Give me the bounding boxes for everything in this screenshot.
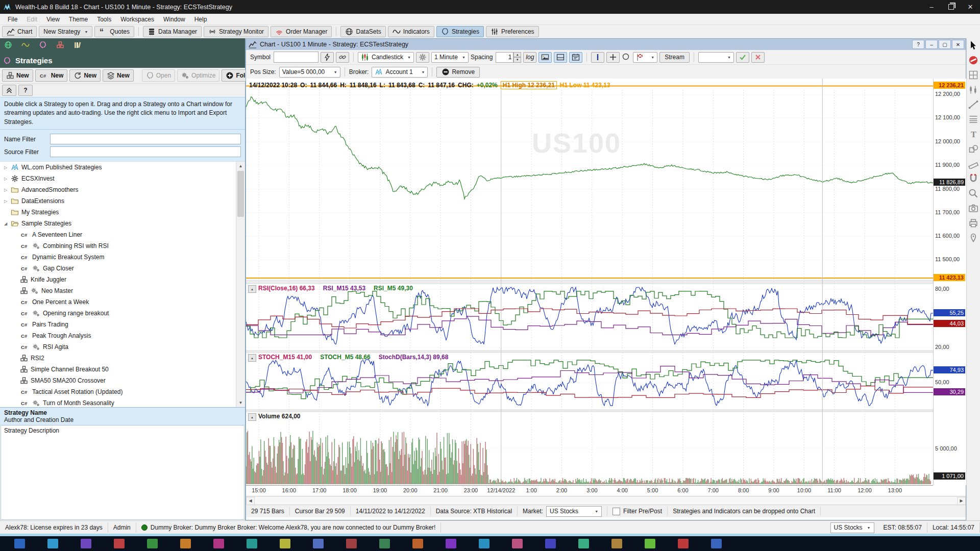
- taskbar-app-icon[interactable]: [180, 539, 191, 548]
- calendar-button[interactable]: [569, 52, 582, 63]
- spinner-down-icon[interactable]: ▼: [513, 57, 521, 63]
- chart-hscrollbar[interactable]: ◀ ▶: [246, 496, 966, 505]
- expand-icon[interactable]: ▷: [3, 177, 8, 181]
- expand-icon[interactable]: ▷: [3, 188, 8, 192]
- text-tool-icon[interactable]: T: [968, 129, 978, 139]
- apply-button[interactable]: [736, 52, 749, 63]
- marker-circle-icon[interactable]: [622, 53, 631, 62]
- menu-view[interactable]: View: [42, 15, 64, 24]
- new-button[interactable]: New: [2, 69, 33, 82]
- strategies-button[interactable]: Strategies: [436, 26, 484, 37]
- indicators-button[interactable]: Indicators: [388, 26, 434, 37]
- watchlist-dropdown[interactable]: ▼: [698, 52, 734, 63]
- taskbar-app-icon[interactable]: [280, 539, 290, 548]
- menu-window[interactable]: Window: [159, 15, 190, 24]
- spacing-spinner[interactable]: 1▲▼: [496, 52, 521, 63]
- taskbar-app-icon[interactable]: [114, 539, 125, 548]
- remove-button[interactable]: Remove: [436, 67, 480, 78]
- collapse-pane-icon[interactable]: ▲: [248, 285, 256, 293]
- scroll-left-icon[interactable]: ◀: [246, 497, 255, 505]
- taskbar-app-icon[interactable]: [512, 539, 523, 548]
- taskbar-app-icon[interactable]: [379, 539, 390, 548]
- taskbar-app-icon[interactable]: [611, 539, 622, 548]
- menu-tools[interactable]: Tools: [92, 15, 116, 24]
- tree-item[interactable]: C#RSI Agita: [0, 341, 245, 353]
- taskbar-app-icon[interactable]: [247, 539, 257, 548]
- new-button[interactable]: New: [69, 69, 101, 82]
- shapes-icon[interactable]: [968, 144, 978, 154]
- menu-edit[interactable]: Edit: [22, 15, 42, 24]
- tree-item[interactable]: C#Turn of Month Seasonality: [0, 397, 245, 407]
- tree-item[interactable]: C#One Percent a Week: [0, 296, 245, 308]
- tree-item[interactable]: ▷AdvancedSmoothers: [0, 184, 245, 195]
- tree-item[interactable]: SMA50 SMA200 Crossover: [0, 375, 245, 386]
- broker-dropdown[interactable]: Account 1▼: [372, 67, 428, 78]
- new-button[interactable]: New: [103, 69, 134, 82]
- ruler-icon[interactable]: [968, 159, 978, 169]
- camera-icon[interactable]: [968, 203, 978, 213]
- maximize-button[interactable]: [941, 0, 961, 14]
- collapse-pane-icon[interactable]: ▲: [248, 354, 256, 362]
- taskbar-app-icon[interactable]: [711, 539, 722, 548]
- print-icon[interactable]: [968, 218, 978, 228]
- menu-theme[interactable]: Theme: [64, 15, 92, 24]
- bar-marker-button[interactable]: [591, 52, 604, 63]
- magnet-icon[interactable]: [968, 173, 978, 184]
- source-filter-input[interactable]: [50, 146, 241, 157]
- tree-item[interactable]: My Strategies: [0, 207, 245, 218]
- chart-image-button[interactable]: [538, 52, 552, 63]
- tree-item[interactable]: C#Dynamic Breakout System: [0, 252, 245, 263]
- expand-icon[interactable]: ▷: [3, 165, 8, 170]
- taskbar-app-icon[interactable]: [81, 539, 91, 548]
- menu-file[interactable]: File: [3, 15, 22, 24]
- link-button[interactable]: [336, 52, 349, 63]
- log-scale-button[interactable]: log: [523, 52, 536, 63]
- tree-item[interactable]: C#Tactical Asset Rotation (Updated): [0, 386, 245, 397]
- noentry-icon[interactable]: [968, 55, 978, 65]
- chart-maximize-button[interactable]: ▢: [939, 40, 951, 49]
- strategies-brain-icon[interactable]: [39, 41, 49, 51]
- collapse-panel-button[interactable]: [2, 85, 16, 96]
- help-button[interactable]: ?: [18, 85, 33, 96]
- tree-item[interactable]: ◢Sample Strategies: [0, 218, 245, 229]
- data-manager-button[interactable]: Data Manager: [143, 26, 202, 37]
- taskbar-app-icon[interactable]: [47, 539, 58, 548]
- minimize-button[interactable]: –: [922, 0, 941, 14]
- chart-button[interactable]: Chart: [2, 26, 37, 37]
- name-filter-input[interactable]: [50, 134, 241, 144]
- flag-dropdown[interactable]: ▼: [633, 52, 657, 63]
- taskbar-app-icon[interactable]: [213, 539, 224, 548]
- chart-style-dropdown[interactable]: Candlestick▼: [358, 52, 414, 63]
- cancel-button[interactable]: [751, 52, 765, 63]
- taskbar-app-icon[interactable]: [346, 539, 357, 548]
- tree-item[interactable]: C#Combining RSI with RSI: [0, 240, 245, 252]
- taskbar-app-icon[interactable]: [645, 539, 655, 548]
- taskbar-app-icon[interactable]: [578, 539, 589, 548]
- menu-help[interactable]: Help: [190, 15, 212, 24]
- new-strategy-button[interactable]: New Strategy▼: [39, 26, 92, 37]
- tree-item[interactable]: Neo Master: [0, 285, 245, 296]
- tree-item[interactable]: ▷WL.com Published Strategies: [0, 162, 245, 173]
- taskbar-app-icon[interactable]: [446, 539, 456, 548]
- chart-minimize-button[interactable]: –: [925, 40, 938, 49]
- expand-icon[interactable]: ▷: [3, 199, 8, 204]
- tree-item[interactable]: ▷DataExtensions: [0, 195, 245, 207]
- market-select-dropdown[interactable]: US Stocks▼: [830, 522, 874, 533]
- scale-dropdown[interactable]: 1 Minute▼: [431, 52, 469, 63]
- preferences-button[interactable]: Preferences: [486, 26, 539, 37]
- tree-item[interactable]: ▷ECSXInvest: [0, 173, 245, 184]
- tree-item[interactable]: C#Peak Trough Analysis: [0, 330, 245, 341]
- hscroll-track[interactable]: [255, 497, 957, 505]
- zoom-icon[interactable]: [968, 188, 978, 198]
- taskbar-app-icon[interactable]: [412, 539, 423, 548]
- collapse-pane-icon[interactable]: ▲: [248, 413, 256, 421]
- scroll-down-icon[interactable]: ▼: [236, 398, 245, 407]
- filter-prepost-checkbox[interactable]: [612, 508, 620, 515]
- building-blocks-icon[interactable]: [56, 41, 66, 51]
- quotes-button[interactable]: “Quotes: [94, 26, 134, 37]
- taskbar-app-icon[interactable]: [313, 539, 324, 548]
- stream-button[interactable]: Stream: [659, 52, 690, 63]
- go-symbol-button[interactable]: [321, 52, 334, 63]
- taskbar-app-icon[interactable]: [14, 539, 25, 548]
- pointer-icon[interactable]: [968, 40, 978, 51]
